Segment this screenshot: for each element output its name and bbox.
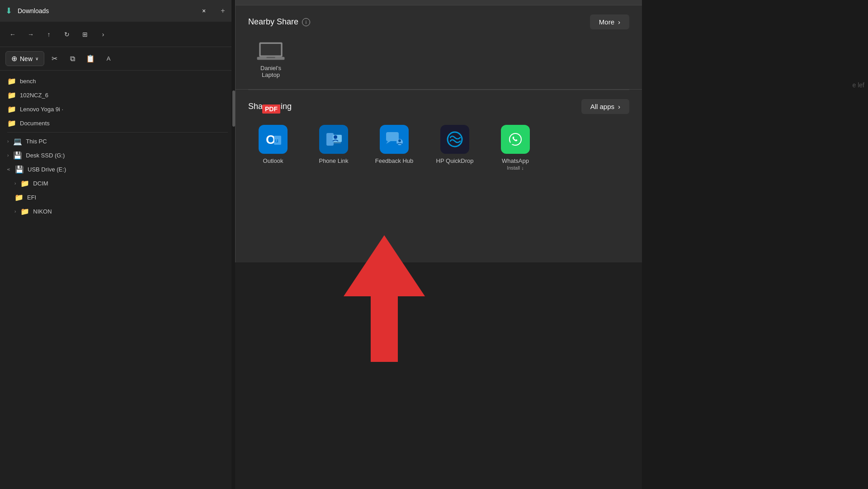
cut-button[interactable]: ✂ (46, 51, 62, 67)
more-nav-button[interactable]: › (96, 27, 110, 42)
arrow-svg (344, 235, 425, 362)
app-feedback-hub[interactable]: Feedback Hub (369, 121, 419, 168)
sidebar-divider (7, 132, 228, 133)
chevron-right-icon: › (14, 181, 16, 186)
sidebar-item-nikon[interactable]: › 📁 NIKON (0, 204, 235, 218)
sidebar-item-efi[interactable]: 📁 EFI (0, 190, 235, 204)
chevron-right-icon: › (7, 139, 9, 144)
more-button[interactable]: More › (590, 14, 629, 29)
sidebar-item-lenovo[interactable]: 📁 Lenovo Yoga 9i · (0, 102, 235, 116)
outlook-svg: O u (262, 128, 284, 150)
sidebar-item-desk-ssd[interactable]: › 💾 Desk SSD (G:) (0, 148, 235, 162)
feedback-hub-svg (383, 128, 405, 150)
app-name: Feedback Hub (375, 157, 414, 164)
right-panel: e lef (642, 0, 868, 489)
chevron-down-icon: ∨ (6, 168, 11, 171)
app-name: HP QuickDrop (436, 157, 474, 164)
folder-icon: 📁 (7, 91, 16, 100)
paste-button[interactable]: 📋 (82, 51, 99, 67)
sidebar-item-bench[interactable]: 📁 bench (0, 74, 235, 88)
svg-rect-22 (371, 294, 398, 362)
panel-top-bar (236, 0, 642, 5)
all-apps-label: All apps (590, 103, 614, 110)
svg-point-17 (398, 139, 401, 142)
all-apps-button[interactable]: All apps › (581, 99, 629, 114)
new-tab-button[interactable]: + (216, 4, 230, 18)
explorer-window: ⬇ Downloads × + ← → ↑ ↻ ⊞ › ⊕ N (0, 0, 235, 489)
sidebar: 📁 bench 📁 102NCZ_6 📁 Lenovo Yoga 9i · 📁 … (0, 71, 235, 489)
sidebar-item-dcim[interactable]: › 📁 DCIM (0, 176, 235, 190)
nearby-share-title: Nearby Share (248, 17, 298, 27)
folder-icon: 📁 (7, 105, 16, 114)
toolbar: ⊕ New ∨ ✂ ⧉ 📋 A (0, 47, 235, 71)
app-phone-link[interactable]: Phone Link (309, 121, 359, 168)
sidebar-item-label: NIKON (33, 208, 52, 215)
app-outlook[interactable]: O u Outlook (248, 121, 298, 168)
app-name: WhatsApp (502, 157, 529, 164)
sidebar-item-label: EFI (27, 194, 36, 201)
apps-row: O u Outlook (248, 121, 629, 174)
red-arrow (344, 235, 425, 364)
back-button[interactable]: ← (5, 27, 20, 42)
sidebar-item-label: DCIM (33, 180, 48, 187)
refresh-button[interactable]: ↻ (60, 27, 74, 42)
chevron-right-icon: › (618, 103, 620, 110)
sidebar-item-usb-drive[interactable]: ∨ 💾 USB Drive (E:) (0, 162, 235, 176)
folder-icon: 📁 (20, 207, 29, 216)
app-hp-quickdrop[interactable]: HP QuickDrop (430, 121, 480, 168)
folder-icon: 📁 (7, 119, 16, 128)
window-title: Downloads (18, 7, 192, 14)
new-label: New (20, 55, 33, 62)
sidebar-item-this-pc[interactable]: › 💻 This PC (0, 134, 235, 148)
svg-rect-9 (326, 133, 334, 146)
chevron-down-icon: ∨ (35, 56, 38, 61)
copy-button[interactable]: ⧉ (64, 51, 80, 67)
nearby-share-header: Nearby Share i More › (248, 14, 629, 29)
whatsapp-icon (501, 125, 530, 154)
title-bar: ⬇ Downloads × + (0, 0, 235, 22)
nearby-share-section: Nearby Share i More › Daniel's Laptop (236, 5, 642, 90)
chevron-right-icon: › (14, 209, 16, 214)
svg-rect-3 (266, 57, 275, 58)
up-button[interactable]: ↑ (42, 27, 56, 42)
rename-button[interactable]: A (100, 51, 117, 67)
share-using-section: Share using All apps › O u (236, 90, 642, 183)
chevron-right-icon: › (7, 153, 9, 158)
info-icon[interactable]: i (302, 18, 310, 26)
svg-rect-14 (386, 132, 399, 141)
plus-icon: ⊕ (11, 54, 17, 63)
drive-icon: 💾 (13, 151, 22, 160)
sidebar-item-label: 102NCZ_6 (20, 92, 48, 99)
svg-marker-23 (344, 235, 425, 296)
outlook-icon: O u (259, 125, 288, 154)
computer-icon: 💻 (13, 137, 22, 146)
sidebar-item-102ncz6[interactable]: 📁 102NCZ_6 (0, 88, 235, 102)
more-label: More (599, 18, 614, 26)
svg-point-12 (334, 135, 337, 139)
new-button[interactable]: ⊕ New ∨ (5, 51, 44, 66)
whatsapp-svg (505, 128, 526, 150)
hp-quickdrop-icon (440, 125, 469, 154)
nearby-share-title-group: Nearby Share i (248, 17, 310, 27)
app-whatsapp[interactable]: WhatsApp Install ↓ (491, 121, 540, 174)
forward-button[interactable]: → (24, 27, 38, 42)
sidebar-item-label: Documents (20, 120, 50, 127)
svg-text:u: u (275, 137, 278, 144)
device-name: Daniel's Laptop (252, 65, 290, 78)
nearby-device[interactable]: Daniel's Laptop (248, 37, 293, 82)
sidebar-item-documents[interactable]: 📁 Documents (0, 116, 235, 130)
app-name: Outlook (263, 157, 283, 164)
svg-rect-11 (334, 142, 341, 143)
folder-icon: 📁 (7, 77, 16, 85)
partial-text: e lef (853, 81, 864, 89)
svg-rect-1 (261, 44, 281, 56)
phone-link-icon (319, 125, 348, 154)
sidebar-item-label: Lenovo Yoga 9i · (20, 106, 63, 113)
drive-icon: 💾 (15, 165, 24, 174)
sidebar-item-label: This PC (26, 138, 47, 145)
feedback-hub-icon (380, 125, 409, 154)
layout-button[interactable]: ⊞ (78, 27, 92, 42)
scrollbar[interactable] (231, 71, 235, 489)
sidebar-item-label: USB Drive (E:) (28, 166, 66, 173)
close-button[interactable]: × (197, 4, 211, 18)
